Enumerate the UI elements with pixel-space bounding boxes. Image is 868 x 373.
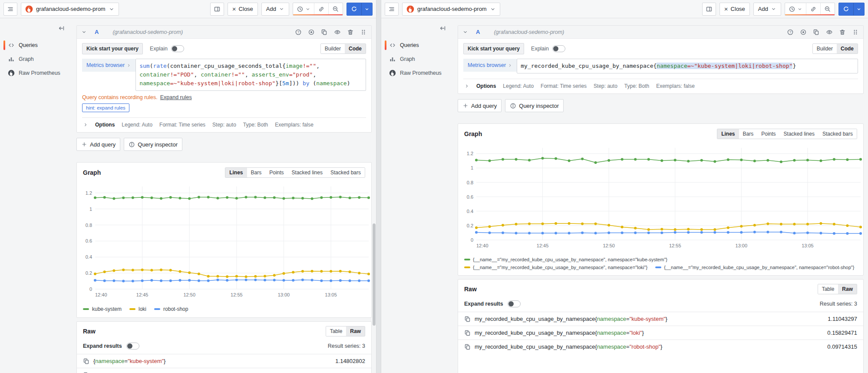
record-query-button[interactable] bbox=[800, 29, 807, 36]
copy-link-button[interactable] bbox=[806, 3, 820, 15]
duplicate-query-button[interactable] bbox=[321, 29, 328, 36]
time-picker-button[interactable] bbox=[293, 3, 314, 15]
graph-style-bars[interactable]: Bars bbox=[739, 129, 758, 139]
raw-result-row: my_recorded_kube_cpu_usage_by_namespace{… bbox=[458, 326, 863, 340]
collapse-outline-button[interactable] bbox=[55, 23, 68, 34]
query-row-header[interactable]: A (grafanacloud-sedemo-prom) bbox=[458, 26, 863, 39]
sidebar-item-queries[interactable]: Queries bbox=[381, 38, 453, 52]
time-series-chart[interactable]: 00.20.40.60.811.212:4012:4512:5012:5513:… bbox=[79, 181, 374, 301]
help-button[interactable] bbox=[787, 29, 794, 36]
zoom-out-time-button[interactable] bbox=[328, 3, 343, 15]
table-view-button[interactable]: Table bbox=[818, 284, 838, 294]
datasource-picker[interactable]: grafanacloud-sedemo-prom bbox=[402, 3, 500, 16]
builder-mode-button[interactable]: Builder bbox=[813, 44, 837, 53]
add-query-button[interactable]: Add query bbox=[458, 99, 502, 112]
time-picker-button[interactable] bbox=[785, 3, 806, 15]
legend-item-loki[interactable]: loki bbox=[129, 306, 146, 312]
remove-query-button[interactable] bbox=[347, 29, 354, 36]
copy-series-button[interactable] bbox=[464, 330, 471, 336]
graph-style-points[interactable]: Points bbox=[265, 168, 287, 177]
code-mode-button[interactable]: Code bbox=[345, 44, 366, 53]
disable-query-button[interactable] bbox=[826, 29, 833, 36]
hint-expand-rules-button[interactable]: hint: expand rules bbox=[82, 103, 129, 112]
help-button[interactable] bbox=[295, 29, 302, 36]
split-divider[interactable] bbox=[376, 0, 381, 373]
close-split-button[interactable]: ×Close bbox=[719, 3, 750, 16]
graph-style-stacked-bars[interactable]: Stacked bars bbox=[327, 168, 365, 177]
query-datasource-hint: (grafanacloud-sedemo-prom) bbox=[494, 29, 564, 35]
copy-series-button[interactable] bbox=[464, 343, 471, 350]
sidebar-item-graph[interactable]: Graph bbox=[381, 52, 453, 66]
graph-title: Graph bbox=[83, 169, 101, 176]
code-mode-button[interactable]: Code bbox=[837, 44, 858, 53]
query-options-row[interactable]: Options Legend: Auto Format: Time series… bbox=[463, 79, 858, 93]
duplicate-query-button[interactable] bbox=[813, 29, 820, 36]
expand-rules-link[interactable]: Expand rules bbox=[160, 94, 192, 100]
query-options-row[interactable]: Options Legend: Auto Format: Time series… bbox=[82, 117, 366, 132]
sidebar-item-graph[interactable]: Graph bbox=[0, 52, 72, 66]
drag-handle[interactable] bbox=[852, 29, 859, 36]
eye-icon bbox=[826, 29, 833, 36]
add-dropdown-button[interactable]: Add bbox=[261, 3, 289, 16]
datasource-picker[interactable]: grafanacloud-sedemo-prom bbox=[21, 3, 119, 16]
time-series-chart[interactable]: 00.20.40.60.811.212:4012:4512:5012:5513:… bbox=[461, 143, 866, 252]
graph-style-stacked-lines[interactable]: Stacked lines bbox=[288, 168, 327, 177]
kick-start-button[interactable]: Kick start your query bbox=[463, 43, 524, 54]
scrollbar[interactable] bbox=[373, 223, 376, 326]
menu-toggle-button[interactable] bbox=[385, 3, 399, 16]
refresh-interval-dropdown[interactable] bbox=[853, 3, 864, 15]
query-inspector-button[interactable]: Query inspector bbox=[505, 99, 564, 112]
sidebar-item-queries[interactable]: Queries bbox=[0, 38, 72, 52]
sidebar-item-raw-prometheus[interactable]: Raw Prometheus bbox=[0, 66, 72, 80]
refresh-button[interactable] bbox=[838, 3, 865, 16]
metrics-browser-button[interactable]: Metrics browser bbox=[463, 59, 517, 72]
legend-item-loki[interactable]: {__name__="my_recorded_kube_cpu_usage_by… bbox=[464, 265, 647, 270]
split-view-button[interactable] bbox=[702, 3, 716, 16]
menu-toggle-button[interactable] bbox=[3, 3, 17, 16]
legend-item-robot-shop[interactable]: {__name__="my_recorded_kube_cpu_usage_by… bbox=[655, 265, 854, 270]
graph-style-stacked-lines[interactable]: Stacked lines bbox=[780, 129, 818, 139]
raw-view-button[interactable]: Raw bbox=[838, 284, 857, 294]
query-row-header[interactable]: A (grafanacloud-sedemo-prom) bbox=[77, 26, 371, 39]
chevron-down-icon bbox=[490, 6, 496, 12]
close-split-button[interactable]: ×Close bbox=[228, 3, 258, 16]
graph-style-stacked-bars[interactable]: Stacked bars bbox=[818, 129, 857, 139]
expand-results-toggle[interactable] bbox=[508, 300, 521, 307]
graph-style-lines[interactable]: Lines bbox=[717, 129, 739, 139]
explain-toggle[interactable] bbox=[171, 45, 184, 52]
refresh-button[interactable] bbox=[347, 3, 373, 16]
add-dropdown-button[interactable]: Add bbox=[753, 3, 781, 16]
legend-item-robot-shop[interactable]: robot-shop bbox=[154, 306, 188, 312]
explain-toggle[interactable] bbox=[552, 45, 565, 52]
builder-mode-button[interactable]: Builder bbox=[321, 44, 345, 53]
add-query-button[interactable]: Add query bbox=[76, 138, 120, 151]
copy-series-button[interactable] bbox=[83, 358, 89, 364]
copy-link-button[interactable] bbox=[314, 3, 328, 15]
graph-style-points[interactable]: Points bbox=[757, 129, 779, 139]
legend-item-kube-system[interactable]: {__name__="my_recorded_kube_cpu_usage_by… bbox=[464, 257, 667, 262]
raw-view-button[interactable]: Raw bbox=[346, 326, 365, 336]
record-query-button[interactable] bbox=[308, 29, 315, 36]
copy-series-button[interactable] bbox=[464, 316, 471, 322]
sidebar-item-raw-prometheus[interactable]: Raw Prometheus bbox=[381, 66, 453, 80]
query-code-editor[interactable]: my_recorded_kube_cpu_usage_by_namespace{… bbox=[517, 59, 858, 73]
collapse-outline-button[interactable] bbox=[436, 23, 449, 34]
drag-handle[interactable] bbox=[360, 29, 367, 36]
expand-results-toggle[interactable] bbox=[126, 343, 139, 350]
disable-query-button[interactable] bbox=[334, 29, 341, 36]
legend-item-kube-system[interactable]: kube-system bbox=[83, 306, 122, 312]
split-view-button[interactable] bbox=[210, 3, 224, 16]
query-inspector-button[interactable]: Query inspector bbox=[124, 138, 182, 151]
table-view-button[interactable]: Table bbox=[326, 326, 347, 336]
svg-text:12:55: 12:55 bbox=[669, 243, 681, 248]
metrics-browser-button[interactable]: Metrics browser bbox=[82, 59, 135, 72]
chevron-right-icon bbox=[464, 83, 469, 89]
zoom-out-time-button[interactable] bbox=[820, 3, 835, 15]
query-code-editor[interactable]: sum(rate(container_cpu_usage_seconds_tot… bbox=[135, 59, 366, 91]
refresh-interval-dropdown[interactable] bbox=[361, 3, 372, 15]
remove-query-button[interactable] bbox=[839, 29, 846, 36]
graph-style-lines[interactable]: Lines bbox=[225, 168, 247, 177]
kick-start-button[interactable]: Kick start your query bbox=[82, 43, 143, 54]
option-type: Type: Both bbox=[243, 122, 268, 128]
graph-style-bars[interactable]: Bars bbox=[247, 168, 266, 177]
